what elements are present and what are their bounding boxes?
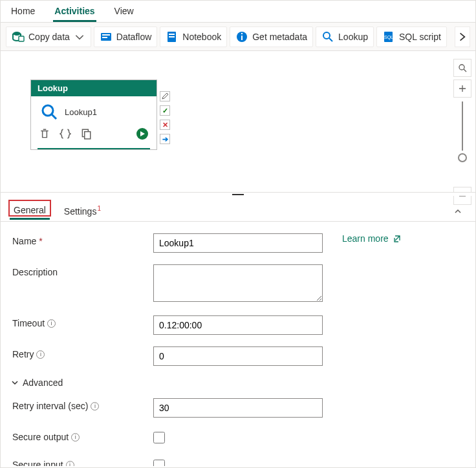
activity-name-label: Lookup1 <box>65 107 97 117</box>
external-link-icon <box>393 234 402 243</box>
search-icon <box>321 30 334 43</box>
svg-rect-9 <box>241 36 243 40</box>
retry-interval-input[interactable] <box>153 398 323 418</box>
learn-more-link[interactable]: Learn more <box>342 233 402 244</box>
ribbon-get-metadata[interactable]: Get metadata <box>230 27 313 47</box>
notebook-icon <box>166 30 178 43</box>
run-arrow-icon[interactable] <box>136 127 149 140</box>
chevron-right-icon <box>457 31 468 43</box>
advanced-toggle[interactable]: Advanced <box>11 378 465 388</box>
failure-handle[interactable]: ✕ <box>160 120 170 130</box>
svg-rect-3 <box>102 34 110 36</box>
activity-output-handles: ✓ ✕ ➔ <box>160 91 170 144</box>
ribbon-notebook-label: Notebook <box>182 32 221 42</box>
chevron-down-icon <box>74 31 85 43</box>
svg-point-0 <box>13 32 21 36</box>
general-form: Name* Learn more Description Timeout i R… <box>1 222 475 466</box>
ribbon-dataflow-label: Dataflow <box>116 32 151 42</box>
dataflow-icon <box>100 30 113 43</box>
database-copy-icon <box>12 30 25 43</box>
ribbon-sql-script[interactable]: SQL SQL script <box>376 27 447 47</box>
activities-ribbon: Copy data Dataflow Notebook Get metadata… <box>1 23 475 51</box>
canvas-zoom-tools <box>453 59 471 205</box>
svg-rect-6 <box>169 34 175 35</box>
secure-output-checkbox[interactable] <box>153 432 165 443</box>
ribbon-copy-data-label: Copy data <box>28 32 70 42</box>
property-tabs: General Settings1 <box>1 196 475 222</box>
activity-card-lookup[interactable]: Lookup Lookup1 <box>30 80 157 150</box>
info-icon[interactable]: i <box>71 433 80 441</box>
edit-handle[interactable] <box>160 91 170 101</box>
svg-rect-4 <box>102 37 107 38</box>
secure-output-label: Secure output i <box>12 429 153 442</box>
ribbon-dataflow[interactable]: Dataflow <box>94 27 157 47</box>
tab-view[interactable]: View <box>113 3 135 22</box>
tab-settings-label: Settings <box>64 206 97 217</box>
svg-rect-18 <box>85 132 91 139</box>
timeout-label: Timeout i <box>12 315 153 328</box>
info-icon[interactable]: i <box>91 402 99 410</box>
delete-icon[interactable] <box>39 128 50 140</box>
zoom-slider-thumb[interactable] <box>458 153 467 162</box>
svg-line-12 <box>329 38 332 41</box>
svg-point-11 <box>323 32 330 39</box>
success-handle[interactable]: ✓ <box>160 105 170 116</box>
activity-actions <box>31 123 157 145</box>
top-menu-tabs: Home Activities View <box>1 1 475 23</box>
description-input[interactable] <box>153 264 323 302</box>
ribbon-scroll-right[interactable] <box>455 27 470 47</box>
svg-rect-7 <box>169 36 175 37</box>
svg-point-10 <box>241 32 243 34</box>
ribbon-lookup[interactable]: Lookup <box>316 27 374 47</box>
sql-script-icon: SQL <box>382 30 395 43</box>
code-braces-icon[interactable] <box>60 128 71 140</box>
canvas-search[interactable] <box>453 59 471 77</box>
plus-icon <box>458 84 467 93</box>
chevron-down-icon <box>11 379 19 387</box>
pipeline-canvas[interactable]: Lookup Lookup1 ✓ ✕ ➔ <box>1 51 475 192</box>
zoom-slider-track[interactable] <box>462 101 463 151</box>
retry-interval-label: Retry interval (sec) i <box>12 398 153 411</box>
ribbon-lookup-label: Lookup <box>338 32 368 42</box>
name-label: Name* <box>12 233 153 246</box>
retry-label: Retry i <box>12 346 153 359</box>
info-icon[interactable]: i <box>66 461 74 467</box>
secure-input-label: Secure input i <box>12 457 153 466</box>
activity-type-label: Lookup <box>31 80 157 96</box>
svg-point-20 <box>459 65 464 70</box>
lookup-icon <box>40 103 58 121</box>
search-icon <box>458 63 467 72</box>
description-label: Description <box>12 264 153 277</box>
info-icon[interactable]: i <box>47 319 56 328</box>
zoom-in[interactable] <box>453 80 471 98</box>
info-icon <box>235 30 248 43</box>
ribbon-get-metadata-label: Get metadata <box>252 32 307 42</box>
completion-handle[interactable]: ➔ <box>160 134 170 144</box>
settings-badge: 1 <box>97 205 101 212</box>
chevron-up-icon <box>453 207 462 216</box>
info-icon[interactable]: i <box>36 350 45 359</box>
tab-activities[interactable]: Activities <box>53 3 96 22</box>
svg-line-21 <box>464 69 466 72</box>
retry-input[interactable] <box>153 346 323 366</box>
name-input[interactable] <box>153 233 323 253</box>
tab-settings[interactable]: Settings1 <box>60 204 104 219</box>
copy-icon[interactable] <box>80 128 92 140</box>
ribbon-notebook[interactable]: Notebook <box>160 27 227 47</box>
ribbon-sql-script-label: SQL script <box>399 32 441 42</box>
svg-text:SQL: SQL <box>384 35 393 40</box>
svg-rect-1 <box>19 36 24 41</box>
collapse-panel[interactable] <box>451 204 465 218</box>
tab-general[interactable]: General <box>10 202 50 220</box>
tab-home[interactable]: Home <box>10 3 36 22</box>
svg-line-16 <box>52 114 56 119</box>
ribbon-copy-data[interactable]: Copy data <box>6 27 91 47</box>
svg-point-15 <box>43 105 53 116</box>
timeout-input[interactable] <box>153 315 323 335</box>
secure-input-checkbox[interactable] <box>153 460 165 466</box>
